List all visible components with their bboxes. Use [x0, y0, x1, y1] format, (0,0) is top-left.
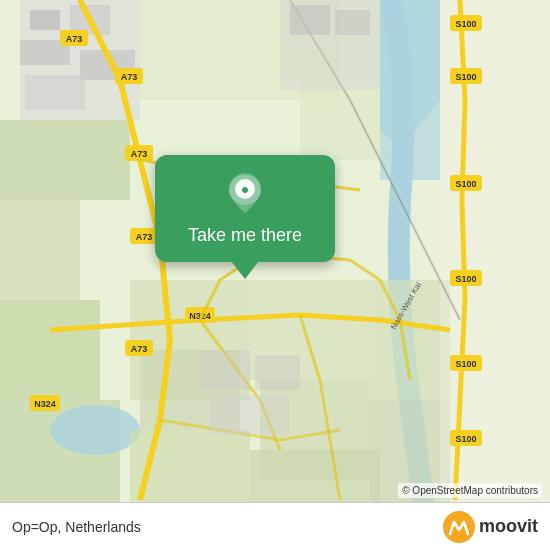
svg-text:S100: S100 [455, 72, 476, 82]
svg-rect-56 [210, 395, 290, 435]
map-attribution: © OpenStreetMap contributors [398, 483, 542, 498]
svg-point-63 [242, 187, 248, 193]
svg-rect-11 [0, 300, 100, 400]
svg-rect-4 [30, 10, 60, 30]
moovit-logo: moovit [443, 511, 538, 543]
svg-rect-59 [335, 10, 370, 35]
svg-text:S100: S100 [455, 359, 476, 369]
svg-text:S100: S100 [455, 179, 476, 189]
svg-text:S100: S100 [455, 19, 476, 29]
svg-rect-55 [255, 355, 300, 390]
svg-rect-58 [290, 5, 330, 35]
moovit-logo-icon [443, 511, 475, 543]
tooltip-bubble: Take me there [155, 155, 335, 262]
svg-rect-9 [0, 120, 130, 200]
tooltip-arrow [231, 261, 259, 279]
svg-text:N324: N324 [34, 399, 56, 409]
svg-text:A73: A73 [131, 149, 148, 159]
svg-text:S100: S100 [455, 274, 476, 284]
svg-text:A73: A73 [66, 34, 83, 44]
svg-text:A73: A73 [136, 232, 153, 242]
svg-rect-10 [0, 200, 80, 300]
svg-text:A73: A73 [131, 344, 148, 354]
svg-rect-8 [25, 75, 85, 110]
take-me-there-button[interactable]: Take me there [188, 225, 302, 246]
svg-text:A73: A73 [121, 72, 138, 82]
svg-point-13 [50, 405, 140, 455]
svg-text:S100: S100 [455, 434, 476, 444]
moovit-brand-text: moovit [479, 516, 538, 537]
svg-rect-25 [300, 80, 380, 160]
map-pin-icon [223, 171, 267, 215]
map-container[interactable]: A73 A73 A73 A73 N324 N324 S100 S100 S100 [0, 0, 550, 550]
location-label: Op=Op, Netherlands [12, 519, 141, 535]
svg-rect-54 [200, 350, 250, 390]
bottom-bar: Op=Op, Netherlands moovit [0, 502, 550, 550]
location-tooltip: Take me there [155, 155, 335, 279]
